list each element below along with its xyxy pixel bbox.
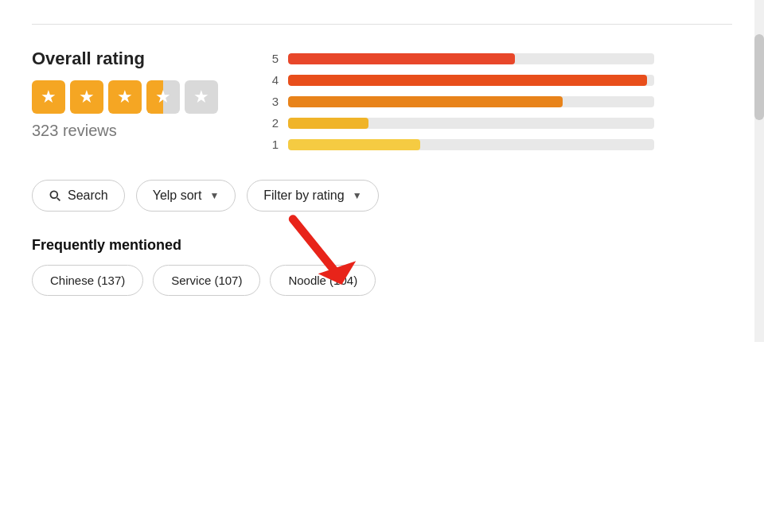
tag-chinese-label: Chinese (137) — [50, 274, 125, 287]
filter-rating-button[interactable]: Filter by rating ▼ — [247, 180, 378, 212]
bar-track-4 — [288, 75, 654, 86]
star-5-empty: ★ — [185, 80, 218, 114]
tags-row: Chinese (137) Service (107) Noodle (104) — [32, 265, 732, 296]
yelp-sort-chevron-icon: ▼ — [209, 190, 219, 201]
star-3: ★ — [108, 80, 142, 114]
bar-fill-1 — [288, 139, 420, 150]
star-4-half: ★ — [146, 80, 180, 114]
overall-rating-left: Overall rating ★ ★ ★ ★ ★ 323 reviews — [32, 49, 218, 140]
bar-row-2: 2 — [266, 116, 732, 130]
tag-noodle-label: Noodle (104) — [288, 274, 357, 287]
bar-fill-4 — [288, 75, 647, 86]
tag-chinese[interactable]: Chinese (137) — [32, 265, 143, 296]
bar-label-2: 2 — [266, 116, 279, 130]
svg-line-1 — [57, 198, 60, 201]
filter-rating-chevron-icon: ▼ — [353, 190, 362, 201]
review-count: 323 reviews — [32, 122, 218, 140]
frequently-mentioned-title: Frequently mentioned — [32, 237, 732, 254]
bar-label-1: 1 — [266, 138, 279, 151]
top-divider — [32, 24, 732, 25]
bar-label-5: 5 — [266, 52, 279, 65]
rating-section: Overall rating ★ ★ ★ ★ ★ 323 reviews 5 — [32, 49, 732, 151]
search-label: Search — [68, 188, 108, 203]
tag-service-label: Service (107) — [171, 274, 242, 287]
bar-row-1: 1 — [266, 138, 732, 151]
bar-row-4: 4 — [266, 73, 732, 87]
bar-row-5: 5 — [266, 52, 732, 65]
bar-chart: 5 4 3 2 — [266, 49, 732, 151]
star-1: ★ — [32, 80, 65, 114]
bar-fill-3 — [288, 96, 563, 107]
bar-label-3: 3 — [266, 95, 279, 108]
svg-point-0 — [50, 191, 57, 198]
frequently-mentioned-section: Frequently mentioned Chinese (137) Servi… — [32, 237, 732, 296]
tag-service[interactable]: Service (107) — [153, 265, 260, 296]
bar-row-3: 3 — [266, 95, 732, 108]
bar-fill-2 — [288, 118, 368, 129]
star-2: ★ — [70, 80, 103, 114]
search-icon — [49, 189, 61, 202]
yelp-sort-button[interactable]: Yelp sort ▼ — [136, 180, 236, 212]
bar-label-4: 4 — [266, 73, 279, 87]
bar-fill-5 — [288, 53, 515, 64]
bar-track-3 — [288, 96, 654, 107]
tag-noodle[interactable]: Noodle (104) — [270, 265, 376, 296]
scrollbar-track — [754, 0, 764, 342]
overall-rating-title: Overall rating — [32, 49, 218, 69]
bar-track-2 — [288, 118, 654, 129]
toolbar: Search Yelp sort ▼ Filter by rating ▼ — [32, 180, 732, 212]
filter-rating-label: Filter by rating — [263, 188, 344, 203]
main-container: Overall rating ★ ★ ★ ★ ★ 323 reviews 5 — [0, 0, 764, 342]
scrollbar-thumb[interactable] — [754, 34, 764, 120]
bar-track-5 — [288, 53, 654, 64]
bar-track-1 — [288, 139, 654, 150]
stars-row: ★ ★ ★ ★ ★ — [32, 80, 218, 114]
search-button[interactable]: Search — [32, 180, 125, 212]
yelp-sort-label: Yelp sort — [153, 188, 202, 203]
